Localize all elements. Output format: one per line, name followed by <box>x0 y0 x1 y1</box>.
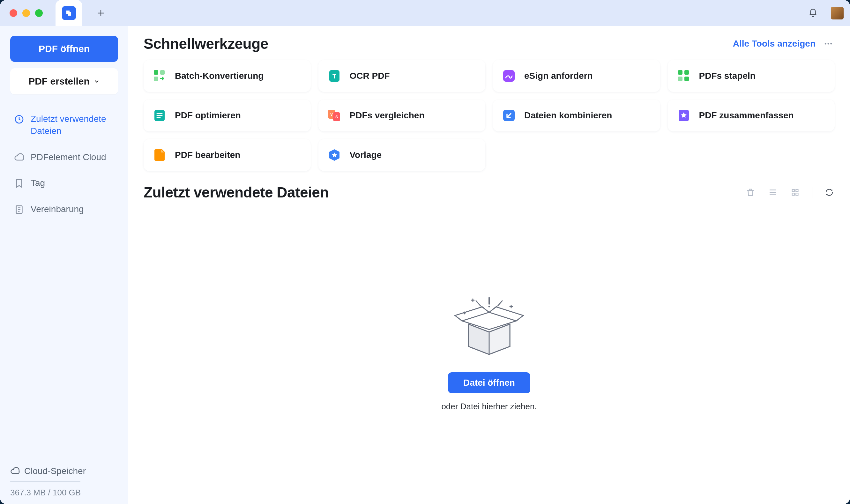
cloud-icon <box>14 152 24 163</box>
drag-hint: oder Datei hierher ziehen. <box>441 402 537 412</box>
document-icon <box>14 204 24 215</box>
app-logo-icon <box>62 6 76 20</box>
empty-box-illustration <box>453 291 526 364</box>
sidebar-item-label: Tag <box>31 177 45 189</box>
svg-rect-5 <box>154 70 158 75</box>
list-view-button[interactable] <box>767 187 778 198</box>
tool-card[interactable]: Dateien kombinieren <box>493 100 660 131</box>
more-tools-button[interactable] <box>822 37 835 50</box>
tool-label: PDF zusammenfassen <box>699 110 794 121</box>
svg-rect-6 <box>160 70 165 75</box>
svg-point-26 <box>489 306 490 307</box>
svg-rect-25 <box>796 193 798 195</box>
sidebar-item-cloud[interactable]: PDFelement Cloud <box>10 145 118 170</box>
svg-rect-23 <box>796 190 798 192</box>
svg-text:V: V <box>330 112 333 117</box>
cloud-storage-label: Cloud-Speicher <box>24 466 86 476</box>
sidebar-item-label: Zuletzt verwendete Dateien <box>31 113 114 137</box>
tool-label: OCR PDF <box>350 71 390 81</box>
sidebar-item-recent[interactable]: Zuletzt verwendete Dateien <box>10 107 118 144</box>
empty-state: Datei öffnen oder Datei hierher ziehen. <box>144 204 835 498</box>
cloud-storage-link[interactable]: Cloud-Speicher <box>10 466 118 476</box>
svg-rect-13 <box>678 76 683 81</box>
sidebar-item-label: Vereinbarung <box>31 203 84 215</box>
titlebar <box>0 0 850 26</box>
svg-rect-12 <box>685 70 689 75</box>
bookmark-icon <box>14 178 24 188</box>
batch-convert-icon <box>152 68 167 84</box>
storage-progress <box>10 481 81 482</box>
ocr-icon: T <box>327 68 342 84</box>
esign-icon <box>501 68 517 84</box>
grid-view-button[interactable] <box>790 187 800 198</box>
create-pdf-label: PDF erstellen <box>29 76 90 87</box>
stack-icon <box>676 68 691 84</box>
svg-point-2 <box>825 43 826 44</box>
tool-label: Vorlage <box>350 150 382 160</box>
main-content: Schnellwerkzeuge Alle Tools anzeigen Bat… <box>128 26 850 504</box>
tool-label: PDF optimieren <box>175 110 241 121</box>
delete-button[interactable] <box>745 187 756 198</box>
minimize-window-button[interactable] <box>22 9 30 17</box>
tool-card[interactable]: PDFs stapeln <box>668 60 835 92</box>
sidebar-item-label: PDFelement Cloud <box>31 151 106 163</box>
show-all-tools-link[interactable]: Alle Tools anzeigen <box>733 39 816 49</box>
cloud-icon <box>10 466 20 476</box>
tool-card[interactable]: Batch-Konvertierung <box>144 60 311 92</box>
clock-icon <box>14 114 24 124</box>
summarize-icon <box>676 108 691 123</box>
tool-label: PDF bearbeiten <box>175 150 240 160</box>
svg-rect-22 <box>792 190 795 192</box>
tool-card[interactable]: PDF optimieren <box>144 100 311 131</box>
create-pdf-button[interactable]: PDF erstellen <box>10 68 118 94</box>
recent-files-title: Zuletzt verwendete Dateien <box>144 184 329 201</box>
recent-files-header: Zuletzt verwendete Dateien <box>144 184 835 201</box>
tool-label: Batch-Konvertierung <box>175 71 264 81</box>
sidebar: PDF öffnen PDF erstellen Zuletzt verwend… <box>0 26 128 504</box>
tool-card[interactable]: TOCR PDF <box>318 60 485 92</box>
chevron-down-icon <box>93 78 100 85</box>
sidebar-item-tag[interactable]: Tag <box>10 170 118 196</box>
tool-card[interactable]: eSign anfordern <box>493 60 660 92</box>
user-avatar[interactable] <box>831 7 844 19</box>
tool-card[interactable]: PDF bearbeiten <box>144 139 311 171</box>
sidebar-nav: Zuletzt verwendete Dateien PDFelement Cl… <box>10 107 118 222</box>
tool-label: PDFs vergleichen <box>350 110 425 121</box>
template-icon <box>327 147 342 163</box>
open-file-button[interactable]: Datei öffnen <box>448 372 530 393</box>
tool-card[interactable]: VSPDFs vergleichen <box>318 100 485 131</box>
quick-tools-header: Schnellwerkzeuge Alle Tools anzeigen <box>144 35 835 52</box>
svg-rect-24 <box>792 193 795 195</box>
app-window: PDF öffnen PDF erstellen Zuletzt verwend… <box>0 0 850 504</box>
new-tab-button[interactable] <box>91 3 111 23</box>
svg-text:S: S <box>335 115 338 119</box>
storage-usage: 367.3 MB / 100 GB <box>10 488 118 498</box>
tool-label: PDFs stapeln <box>699 71 756 81</box>
notifications-button[interactable] <box>807 7 819 19</box>
close-window-button[interactable] <box>10 9 17 17</box>
svg-point-3 <box>828 43 829 44</box>
tool-label: Dateien kombinieren <box>524 110 612 121</box>
svg-rect-11 <box>678 70 683 75</box>
combine-icon <box>501 108 517 123</box>
optimize-icon <box>152 108 167 123</box>
home-tab[interactable] <box>55 0 82 26</box>
svg-rect-7 <box>154 76 158 81</box>
edit-icon <box>152 147 167 163</box>
zoom-window-button[interactable] <box>35 9 43 17</box>
svg-text:T: T <box>332 73 336 80</box>
quick-tools-grid: Batch-KonvertierungTOCR PDFeSign anforde… <box>144 60 835 171</box>
separator <box>812 187 812 198</box>
sidebar-item-agreement[interactable]: Vereinbarung <box>10 197 118 222</box>
compare-icon: VS <box>327 108 342 123</box>
window-controls <box>10 9 43 17</box>
svg-point-4 <box>830 43 832 44</box>
svg-rect-14 <box>685 76 689 81</box>
open-pdf-button[interactable]: PDF öffnen <box>10 36 118 62</box>
recent-toolbar <box>745 187 835 198</box>
tool-label: eSign anfordern <box>524 71 593 81</box>
tool-card[interactable]: Vorlage <box>318 139 485 171</box>
quick-tools-title: Schnellwerkzeuge <box>144 35 268 52</box>
tool-card[interactable]: PDF zusammenfassen <box>668 100 835 131</box>
refresh-button[interactable] <box>824 187 835 198</box>
